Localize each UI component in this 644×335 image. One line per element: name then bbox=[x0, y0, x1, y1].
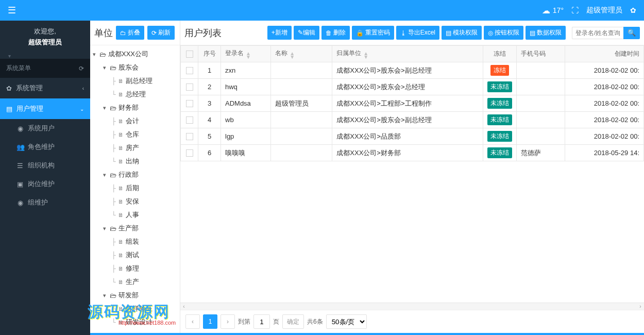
sort-icon[interactable]: ▲▼ bbox=[363, 52, 368, 59]
avatar-dropdown-icon[interactable]: ▾ bbox=[8, 53, 90, 59]
tree-node-leaf[interactable]: └🗎生产 bbox=[91, 275, 180, 289]
col-name[interactable]: 名称 bbox=[275, 49, 287, 57]
tree-node-leaf[interactable]: ├🗎打样验证 bbox=[91, 302, 180, 315]
tree-node-leaf[interactable]: ├🗎测试 bbox=[91, 248, 180, 262]
freeze-badge[interactable]: 未冻结 bbox=[487, 114, 512, 125]
button-perm-button[interactable]: ◎按钮权限 bbox=[484, 26, 523, 40]
tree-node-root[interactable]: ▾🗁成都XXX公司 bbox=[91, 47, 180, 61]
gear-icon[interactable]: ✿ bbox=[630, 6, 636, 14]
col-login[interactable]: 登录名 bbox=[225, 49, 244, 57]
refresh-button[interactable]: ⟳刷新 bbox=[147, 26, 175, 40]
tree-toggle-icon[interactable]: ▾ bbox=[91, 51, 97, 58]
export-excel-button[interactable]: ⭳导出Excel bbox=[396, 26, 439, 40]
row-checkbox[interactable] bbox=[186, 100, 193, 107]
menu-refresh-icon[interactable]: ⟳ bbox=[79, 65, 84, 72]
cell-dept: 成都XXX公司>股东会>副总经理 bbox=[332, 112, 483, 128]
menu-item-user-mgmt[interactable]: ▤ 用户管理 ⌄ bbox=[0, 98, 90, 119]
tree-node-leaf[interactable]: ├🗎安保 bbox=[91, 195, 180, 208]
submenu-item-post-maint[interactable]: ▣ 岗位维护 bbox=[0, 175, 90, 193]
sidebar-toggle-icon[interactable]: ☰ bbox=[8, 5, 16, 16]
row-checkbox[interactable] bbox=[186, 133, 193, 140]
page-number-button[interactable]: 1 bbox=[203, 314, 217, 329]
cell-idx: 1 bbox=[198, 62, 221, 79]
tree-node-folder[interactable]: ▾🗁行政部 bbox=[91, 168, 180, 181]
tree-toggle-icon[interactable]: ▾ bbox=[101, 172, 108, 178]
search-button[interactable]: 🔍 bbox=[623, 27, 640, 39]
page-prev-button[interactable]: ‹ bbox=[185, 314, 200, 329]
scroll-left-icon[interactable]: ‹ bbox=[180, 303, 188, 310]
table-row[interactable]: 5lgp成都XXX公司>品质部未冻结2018-02-02 00: bbox=[181, 128, 644, 145]
data-perm-button[interactable]: ▤数据权限 bbox=[526, 26, 566, 40]
tree-node-label: 修理 bbox=[126, 264, 139, 273]
tree-node-leaf[interactable]: └🗎人事 bbox=[91, 208, 180, 222]
row-checkbox[interactable] bbox=[186, 149, 193, 157]
freeze-badge[interactable]: 未冻结 bbox=[487, 147, 512, 158]
tree-node-label: 会计 bbox=[126, 116, 139, 126]
tree-node-leaf[interactable]: ├🗎会计 bbox=[91, 114, 180, 128]
freeze-badge[interactable]: 冻结 bbox=[490, 65, 509, 76]
tree-node-leaf[interactable]: ├🗎仓库 bbox=[91, 128, 180, 141]
select-all-checkbox[interactable] bbox=[186, 51, 193, 58]
fullscreen-icon[interactable]: ⛶ bbox=[571, 6, 579, 14]
tree-toggle-icon[interactable]: ▾ bbox=[101, 225, 108, 232]
table-row[interactable]: 3ADMdsa超级管理员成都XXX公司>工程部>工程制作未冻结2018-02-0… bbox=[181, 95, 644, 112]
submenu-label: 系统用户 bbox=[28, 124, 55, 133]
current-user-name[interactable]: 超级管理员 bbox=[586, 6, 622, 15]
add-button[interactable]: +新增 bbox=[267, 26, 292, 40]
page-jump-input[interactable] bbox=[253, 314, 270, 329]
menu-item-system-mgmt[interactable]: ✿ 系统管理 ‹ bbox=[0, 78, 90, 98]
sort-icon[interactable]: ▲▼ bbox=[246, 52, 251, 59]
freeze-badge[interactable]: 未冻结 bbox=[487, 131, 512, 142]
table-row[interactable]: 1zxn成都XXX公司>股东会>副总经理冻结2018-02-02 00: bbox=[181, 62, 644, 79]
tree-node-folder[interactable]: ▾🗁生产部 bbox=[91, 222, 180, 235]
tree-node-label: 股东会 bbox=[118, 63, 139, 72]
menu-item-label: 用户管理 bbox=[16, 104, 43, 113]
table-row[interactable]: 6嗅嗅嗅成都XXX公司>财务部未冻结范德萨2018-05-29 14: bbox=[181, 145, 644, 161]
topbar: ☰ ☁ 17° ⛶ 超级管理员 ✿ bbox=[0, 0, 644, 21]
submenu-item-group-maint[interactable]: ◉ 组维护 bbox=[0, 193, 90, 212]
tree-node-folder[interactable]: ▾🗁研发部 bbox=[91, 289, 180, 302]
reset-password-button[interactable]: 🔒重置密码 bbox=[352, 26, 394, 40]
circle-icon: ◎ bbox=[488, 29, 493, 37]
search-input[interactable] bbox=[572, 27, 623, 39]
tree-node-leaf[interactable]: ├🗎修理 bbox=[91, 262, 180, 275]
cell-name: 超级管理员 bbox=[271, 95, 332, 112]
horizontal-scrollbar[interactable]: ‹ › bbox=[180, 303, 644, 310]
tree-node-leaf[interactable]: ├🗎房产 bbox=[91, 141, 180, 155]
file-icon: 🗎 bbox=[118, 78, 124, 84]
tree-body[interactable]: ▾🗁成都XXX公司▾🗁股东会├🗎副总经理└🗎总经理▾🗁财务部├🗎会计├🗎仓库├🗎… bbox=[90, 45, 180, 333]
table-row[interactable]: 4wb成都XXX公司>股东会>副总经理未冻结2018-02-02 00: bbox=[181, 112, 644, 128]
tree-node-leaf[interactable]: ├🗎组装 bbox=[91, 235, 180, 248]
row-checkbox[interactable] bbox=[186, 67, 193, 74]
sort-icon[interactable]: ▲▼ bbox=[290, 52, 295, 59]
tree-toggle-icon[interactable]: ▾ bbox=[101, 292, 108, 299]
tree-node-folder[interactable]: ▾🗁股东会 bbox=[91, 61, 180, 74]
page-next-button[interactable]: › bbox=[221, 314, 235, 329]
edit-button[interactable]: ✎编辑 bbox=[294, 26, 319, 40]
delete-button[interactable]: 🗑删除 bbox=[321, 26, 350, 40]
tree-node-leaf[interactable]: └🗎研发设计 bbox=[91, 315, 180, 329]
tree-node-leaf[interactable]: ├🗎后期 bbox=[91, 181, 180, 195]
page-size-select[interactable]: 50条/页 bbox=[326, 314, 367, 329]
module-perm-button[interactable]: ▤模块权限 bbox=[442, 26, 482, 40]
submenu-item-sys-user[interactable]: ◉ 系统用户 bbox=[0, 119, 90, 138]
tree-node-folder[interactable]: ▾🗁财务部 bbox=[91, 101, 180, 114]
tree-node-leaf[interactable]: ├🗎副总经理 bbox=[91, 74, 180, 88]
submenu-item-org-struct[interactable]: ☰ 组织机构 bbox=[0, 156, 90, 175]
scroll-right-icon[interactable]: › bbox=[637, 303, 644, 310]
tree-toggle-icon[interactable]: ▾ bbox=[101, 64, 108, 71]
freeze-badge[interactable]: 未冻结 bbox=[487, 98, 512, 109]
table-row[interactable]: 2hwq成都XXX公司>股东会>总经理未冻结2018-02-02 00: bbox=[181, 79, 644, 95]
fold-button[interactable]: 🗀折叠 bbox=[116, 26, 144, 40]
freeze-badge[interactable]: 未冻结 bbox=[487, 81, 512, 92]
folder-open-icon: 🗁 bbox=[110, 104, 116, 112]
row-checkbox[interactable] bbox=[186, 83, 193, 91]
tree-node-leaf[interactable]: └🗎出纳 bbox=[91, 155, 180, 168]
col-dept[interactable]: 归属单位 bbox=[336, 49, 361, 57]
row-checkbox[interactable] bbox=[186, 116, 193, 124]
tree-toggle-icon[interactable]: ▾ bbox=[101, 105, 108, 111]
submenu-item-role-maint[interactable]: 👥 角色维护 bbox=[0, 138, 90, 156]
folder-open-icon: 🗁 bbox=[110, 225, 116, 232]
tree-node-leaf[interactable]: └🗎总经理 bbox=[91, 88, 180, 101]
page-go-button[interactable]: 确定 bbox=[282, 314, 304, 329]
